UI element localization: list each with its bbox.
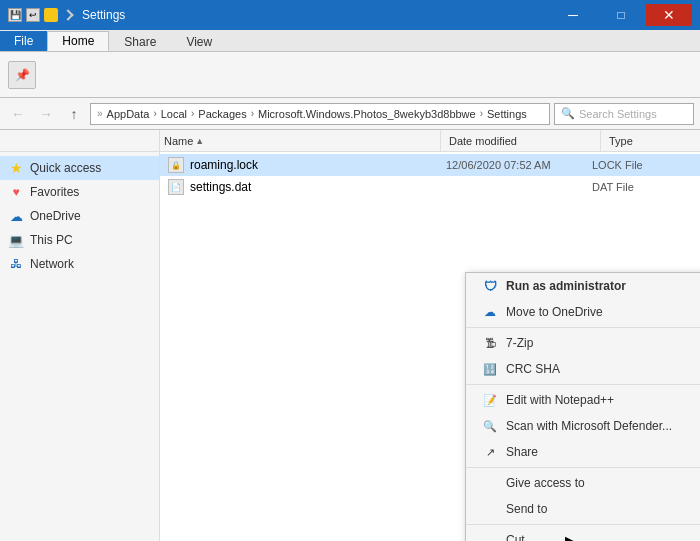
star-icon: ★	[8, 160, 24, 176]
ctx-label-notepad: Edit with Notepad++	[506, 393, 700, 407]
addressbar: ← → ↑ » AppData › Local › Packages › Mic…	[0, 98, 700, 130]
type-col-header[interactable]: Type	[600, 130, 700, 151]
ctx-move-onedrive[interactable]: ☁ Move to OneDrive	[466, 299, 700, 325]
ctx-sep-2	[466, 384, 700, 385]
pin-button[interactable]: 📌	[8, 61, 36, 89]
heart-icon: ♥	[8, 184, 24, 200]
sidebar-label-favorites: Favorites	[30, 185, 79, 199]
ribbon-tabs: File Home Share View	[0, 30, 700, 52]
address-path[interactable]: » AppData › Local › Packages › Microsoft…	[90, 103, 550, 125]
name-col-label: Name	[164, 135, 193, 147]
path-arrows: »	[97, 108, 103, 119]
path-local[interactable]: Local	[161, 108, 187, 120]
tab-view[interactable]: View	[171, 31, 227, 51]
zip-icon: 🗜	[482, 335, 498, 351]
file-date-roaming: 12/06/2020 07:52 AM	[446, 159, 586, 171]
path-photos[interactable]: Microsoft.Windows.Photos_8wekyb3d8bbwe	[258, 108, 476, 120]
window-title: Settings	[82, 8, 125, 22]
ctx-label-run-as-admin: Run as administrator	[506, 279, 700, 293]
ctx-label-give-access: Give access to	[506, 476, 695, 490]
search-placeholder: Search Settings	[579, 108, 657, 120]
share-icon: ↗	[482, 444, 498, 460]
sep3: ›	[251, 108, 254, 119]
folder-icon	[44, 8, 58, 22]
ctx-sep-3	[466, 467, 700, 468]
name-col-header[interactable]: Name ▲	[160, 130, 440, 151]
titlebar-system-icons[interactable]: 💾 ↩	[8, 8, 72, 22]
minimize-button[interactable]: ─	[550, 4, 596, 26]
ctx-give-access[interactable]: Give access to ►	[466, 470, 700, 496]
pc-icon: 💻	[8, 232, 24, 248]
sidebar-spacer	[0, 130, 160, 151]
ctx-crc-sha[interactable]: 🔢 CRC SHA ►	[466, 356, 700, 382]
tab-home[interactable]: Home	[47, 31, 109, 51]
ctx-send-to[interactable]: Send to ►	[466, 496, 700, 522]
tab-file[interactable]: File	[0, 31, 47, 51]
up-button[interactable]: ↑	[62, 102, 86, 126]
sidebar-item-this-pc[interactable]: 💻 This PC	[0, 228, 159, 252]
ctx-label-crc-sha: CRC SHA	[506, 362, 695, 376]
path-packages[interactable]: Packages	[198, 108, 246, 120]
sidebar-item-onedrive[interactable]: ☁ OneDrive	[0, 204, 159, 228]
no-icon-send-to	[482, 501, 498, 517]
search-icon: 🔍	[561, 107, 575, 120]
sidebar: ★ Quick access ♥ Favorites ☁ OneDrive 💻 …	[0, 152, 160, 541]
sidebar-item-quick-access[interactable]: ★ Quick access	[0, 156, 159, 180]
context-menu: 🛡 Run as administrator ☁ Move to OneDriv…	[465, 272, 700, 541]
date-col-header[interactable]: Date modified	[440, 130, 600, 151]
forward-button[interactable]: →	[34, 102, 58, 126]
ctx-label-send-to: Send to	[506, 502, 695, 516]
column-headers: Name ▲ Date modified Type	[0, 130, 700, 152]
sidebar-label-quick-access: Quick access	[30, 161, 101, 175]
sep2: ›	[191, 108, 194, 119]
ribbon-bar: 📌	[0, 52, 700, 98]
save-icon[interactable]: 💾	[8, 8, 22, 22]
network-icon: 🖧	[8, 256, 24, 272]
shield-icon: 🛡	[482, 278, 498, 294]
content-wrapper: Name ▲ Date modified Type ★ Quick access…	[0, 130, 700, 541]
search-box[interactable]: 🔍 Search Settings	[554, 103, 694, 125]
path-appdata[interactable]: AppData	[107, 108, 150, 120]
sidebar-item-network[interactable]: 🖧 Network	[0, 252, 159, 276]
ctx-share[interactable]: ↗ Share	[466, 439, 700, 465]
ctx-label-cut: Cut	[506, 533, 700, 541]
file-type-settings: DAT File	[592, 181, 692, 193]
sidebar-label-this-pc: This PC	[30, 233, 73, 247]
no-icon-give-access	[482, 475, 498, 491]
ctx-label-onedrive: Move to OneDrive	[506, 305, 700, 319]
back-button[interactable]: ←	[6, 102, 30, 126]
ctx-cut[interactable]: Cut	[466, 527, 700, 541]
ctx-edit-notepad[interactable]: 📝 Edit with Notepad++	[466, 387, 700, 413]
ctx-sep-1	[466, 327, 700, 328]
file-type-roaming: LOCK File	[592, 159, 692, 171]
ctx-sep-4	[466, 524, 700, 525]
cloud-icon: ☁	[8, 208, 24, 224]
ctx-7zip[interactable]: 🗜 7-Zip ►	[466, 330, 700, 356]
type-col-label: Type	[609, 135, 633, 147]
ctx-run-as-admin[interactable]: 🛡 Run as administrator	[466, 273, 700, 299]
tab-share[interactable]: Share	[109, 31, 171, 51]
onedrive-icon: ☁	[482, 304, 498, 320]
file-icon-dat: 📄	[168, 179, 184, 195]
date-col-label: Date modified	[449, 135, 517, 147]
crc-icon: 🔢	[482, 361, 498, 377]
maximize-button[interactable]: □	[598, 4, 644, 26]
sep1: ›	[153, 108, 156, 119]
file-icon-lock: 🔒	[168, 157, 184, 173]
file-item-settings[interactable]: 📄 settings.dat DAT File	[160, 176, 700, 198]
files-area: ★ Quick access ♥ Favorites ☁ OneDrive 💻 …	[0, 152, 700, 541]
ctx-scan-defender[interactable]: 🔍 Scan with Microsoft Defender...	[466, 413, 700, 439]
dropdown-icon[interactable]	[62, 9, 73, 20]
sep4: ›	[480, 108, 483, 119]
sort-arrow: ▲	[195, 136, 204, 146]
file-name-roaming: roaming.lock	[190, 158, 440, 172]
undo-icon[interactable]: ↩	[26, 8, 40, 22]
notepad-icon: 📝	[482, 392, 498, 408]
window-controls[interactable]: ─ □ ✕	[550, 4, 692, 26]
titlebar: 💾 ↩ Settings ─ □ ✕	[0, 0, 700, 30]
close-button[interactable]: ✕	[646, 4, 692, 26]
path-settings[interactable]: Settings	[487, 108, 527, 120]
sidebar-item-favorites[interactable]: ♥ Favorites	[0, 180, 159, 204]
ribbon-nav-group: 📌	[8, 61, 36, 89]
file-item-roaming[interactable]: 🔒 roaming.lock 12/06/2020 07:52 AM LOCK …	[160, 154, 700, 176]
